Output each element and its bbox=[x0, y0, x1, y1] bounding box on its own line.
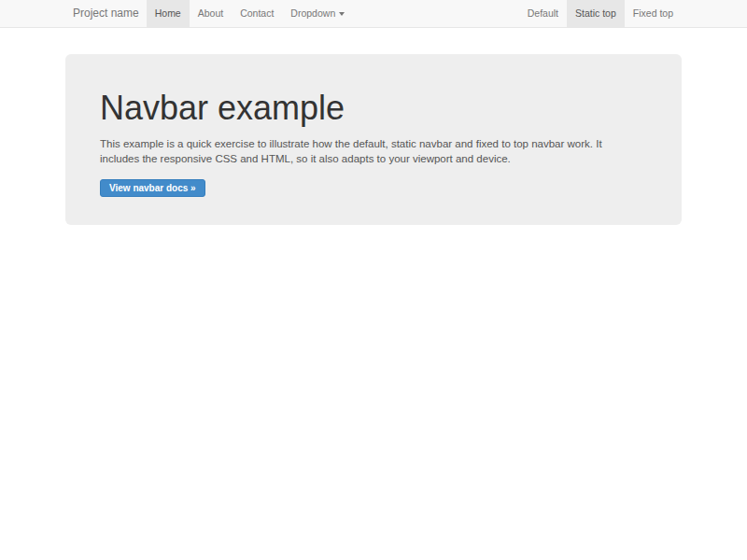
dropdown-label: Dropdown bbox=[290, 7, 335, 19]
jumbotron: Navbar example This example is a quick e… bbox=[65, 54, 682, 225]
nav-item-fixed-top[interactable]: Fixed top bbox=[625, 0, 682, 27]
description-line: includes the responsive CSS and HTML, so… bbox=[100, 151, 647, 166]
caret-down-icon bbox=[339, 12, 345, 16]
navbar-brand[interactable]: Project name bbox=[65, 0, 147, 27]
nav-item-contact[interactable]: Contact bbox=[232, 0, 282, 27]
nav-item-about[interactable]: About bbox=[190, 0, 232, 27]
nav-item-home[interactable]: Home bbox=[147, 0, 190, 27]
navbar-container: Project name Home About Contact Dropdown… bbox=[65, 0, 682, 27]
page-title: Navbar example bbox=[100, 90, 647, 127]
nav-item-default[interactable]: Default bbox=[519, 0, 567, 27]
description-line: This example is a quick exercise to illu… bbox=[100, 136, 647, 151]
navbar-right-nav: Default Static top Fixed top bbox=[519, 0, 682, 27]
nav-item-static-top[interactable]: Static top bbox=[567, 0, 625, 27]
jumbotron-description: This example is a quick exercise to illu… bbox=[100, 136, 647, 166]
navbar: Project name Home About Contact Dropdown… bbox=[0, 0, 747, 28]
nav-item-dropdown[interactable]: Dropdown bbox=[282, 0, 353, 27]
view-navbar-docs-button[interactable]: View navbar docs » bbox=[100, 179, 205, 197]
navbar-left-nav: Home About Contact Dropdown bbox=[147, 0, 354, 27]
